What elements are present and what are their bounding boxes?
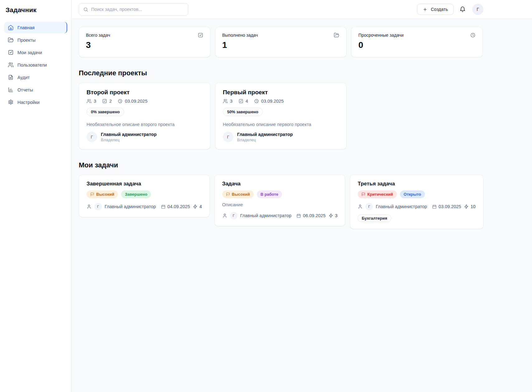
assignee-name: Главный администратор <box>376 204 427 209</box>
sidebar-item-audit[interactable]: Аудит <box>4 72 67 83</box>
sidebar-item-label: Пользователи <box>17 63 47 68</box>
clock-icon <box>254 99 259 104</box>
stat-card-completed-tasks: Выполнено задач 1 <box>215 27 347 57</box>
owner-avatar: Г <box>223 132 233 142</box>
sidebar-item-label: Аудит <box>17 75 30 80</box>
assignee-name: Главный администратор <box>105 204 156 209</box>
priority-badge: Высокий <box>87 190 118 198</box>
task-points: 4 <box>193 204 202 209</box>
check-square-icon <box>198 32 203 38</box>
stat-card-total-tasks: Всего задач 3 <box>79 27 210 57</box>
user-avatar[interactable]: Г <box>472 4 483 15</box>
person-icon <box>358 204 363 209</box>
stat-card-overdue-tasks: Просроченные задачи 0 <box>351 27 483 57</box>
project-owner: Г Главный администратор Владелец <box>87 132 203 142</box>
section-title-projects: Последние проекты <box>79 69 483 77</box>
sidebar-item-settings[interactable]: Настройки <box>4 96 67 108</box>
stat-label: Всего задач <box>86 33 110 38</box>
users-icon <box>87 99 92 104</box>
sidebar-item-my-tasks[interactable]: Мои задачи <box>4 47 67 58</box>
bell-icon <box>459 6 466 12</box>
stats-row: Всего задач 3 Выполнено задач 1 <box>79 27 483 57</box>
stat-label: Выполнено задач <box>222 33 258 38</box>
assignee-avatar: Г <box>230 212 238 219</box>
sidebar: Задачник Главная Проекты Мои задачи Поль… <box>0 0 72 392</box>
project-title: Первый проект <box>223 89 339 96</box>
projects-row: Второй проект 3 2 <box>79 82 483 149</box>
sidebar-item-label: Настройки <box>17 100 40 105</box>
plus-icon <box>423 7 427 12</box>
app-root: Задачник Главная Проекты Мои задачи Поль… <box>0 0 532 392</box>
owner-role: Владелец <box>237 138 293 142</box>
sidebar-nav: Главная Проекты Мои задачи Пользователи … <box>4 22 67 108</box>
status-badge: Завершено <box>121 190 151 198</box>
task-card[interactable]: Задача Высокий В работе Описание Г <box>214 175 346 226</box>
person-icon <box>87 204 92 209</box>
gear-icon <box>8 99 14 105</box>
sidebar-item-label: Мои задачи <box>17 50 42 55</box>
project-owner: Г Главный администратор Владелец <box>223 132 339 142</box>
priority-badge: Высокий <box>222 190 254 198</box>
notifications-button[interactable] <box>459 6 466 13</box>
owner-name: Главный администратор <box>101 132 157 137</box>
project-card[interactable]: Второй проект 3 2 <box>79 82 210 149</box>
folder-icon <box>8 37 14 43</box>
create-button-label: Создать <box>431 7 448 12</box>
owner-role: Владелец <box>101 138 157 142</box>
project-tasks-count: 4 <box>238 99 248 104</box>
main-column: Создать Г Всего задач 3 <box>72 0 532 392</box>
task-tag: Бухгалтерия <box>358 214 391 222</box>
bar-chart-icon <box>8 87 14 93</box>
task-points: 3 <box>328 213 337 218</box>
flag-icon <box>226 192 230 196</box>
topbar-actions: Создать Г <box>417 4 483 15</box>
project-title: Второй проект <box>87 89 203 96</box>
flag-icon <box>361 192 365 196</box>
project-progress-badge: 0% завершено <box>87 108 124 116</box>
check-square-icon <box>102 99 107 104</box>
task-title: Задача <box>222 181 338 187</box>
sidebar-item-reports[interactable]: Отчеты <box>4 84 67 96</box>
project-date: 03.09.2025 <box>254 99 284 104</box>
project-card[interactable]: Первый проект 3 4 <box>215 82 347 149</box>
home-icon <box>8 25 14 30</box>
clock-icon <box>118 99 123 104</box>
task-title: Третья задача <box>358 181 476 187</box>
project-members: 3 <box>87 99 96 104</box>
assignee-avatar: Г <box>365 203 373 210</box>
task-points: 10 <box>464 204 475 209</box>
calendar-icon <box>432 204 437 209</box>
owner-avatar: Г <box>87 132 97 142</box>
project-progress-badge: 50% завершено <box>223 108 263 116</box>
check-square-icon <box>8 49 14 55</box>
task-description: Описание <box>222 202 338 207</box>
sidebar-item-projects[interactable]: Проекты <box>4 34 67 46</box>
check-square-icon <box>238 99 243 104</box>
create-button[interactable]: Создать <box>417 4 454 15</box>
folder-open-icon <box>334 32 339 38</box>
sidebar-item-label: Главная <box>17 25 35 30</box>
status-badge: В работе <box>257 190 282 198</box>
sidebar-item-users[interactable]: Пользователи <box>4 59 67 71</box>
clock-icon <box>470 32 476 38</box>
tasks-row: Завершенная задача Высокий Завершено Г Г… <box>79 175 483 229</box>
flag-icon <box>90 192 94 196</box>
search-box <box>79 3 188 16</box>
calendar-icon <box>161 204 166 209</box>
search-input[interactable] <box>91 7 184 12</box>
stat-value: 3 <box>86 40 203 50</box>
stat-value: 1 <box>222 40 340 50</box>
stat-value: 0 <box>358 40 476 50</box>
search-icon <box>83 7 88 12</box>
person-icon <box>222 213 227 218</box>
project-tasks-count: 2 <box>102 99 112 104</box>
task-card[interactable]: Завершенная задача Высокий Завершено Г Г… <box>79 175 210 217</box>
owner-name: Главный администратор <box>237 132 293 137</box>
sidebar-item-label: Проекты <box>17 38 35 43</box>
users-icon <box>8 62 14 68</box>
stat-label: Просроченные задачи <box>358 33 403 38</box>
due-date: 04.09.2025 <box>161 204 190 209</box>
sidebar-item-home[interactable]: Главная <box>4 22 67 33</box>
app-logo: Задачник <box>4 6 67 14</box>
task-card[interactable]: Третья задача Критический Открыто Г Глав… <box>350 175 483 229</box>
